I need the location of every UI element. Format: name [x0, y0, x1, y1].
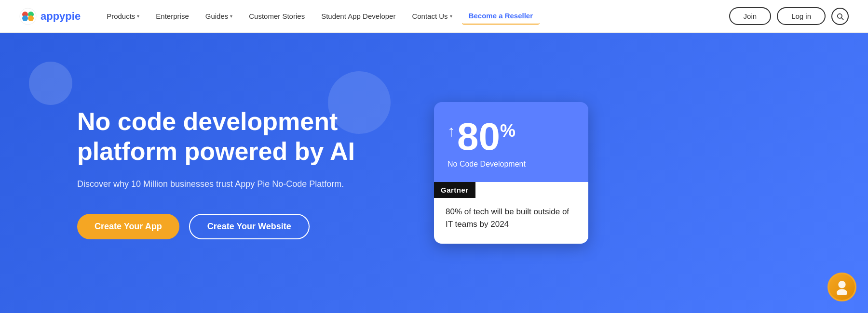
hero-buttons: Create Your App Create Your Website: [77, 214, 424, 239]
hero-card-area: ↑ 80 % No Code Development Gartner 80% o…: [424, 102, 588, 244]
nav-item-enterprise[interactable]: Enterprise: [149, 8, 195, 24]
svg-line-6: [841, 18, 843, 20]
bg-circle-1: [29, 62, 72, 105]
login-button[interactable]: Log in: [777, 7, 826, 25]
navbar: appypie Products ▾ Enterprise Guides ▾ C…: [0, 0, 868, 33]
chat-person-icon: [834, 279, 850, 295]
guides-chevron-icon: ▾: [230, 13, 232, 19]
stat-card: ↑ 80 % No Code Development Gartner 80% o…: [434, 102, 588, 244]
gartner-badge: Gartner: [434, 182, 475, 198]
bg-circle-2: [328, 71, 391, 134]
chat-avatar[interactable]: [827, 273, 856, 301]
nav-item-become-reseller[interactable]: Become a Reseller: [462, 8, 540, 25]
nav-item-customer-stories[interactable]: Customer Stories: [242, 8, 312, 24]
chat-avatar-face: [829, 274, 855, 300]
nav-right: Join Log in: [729, 7, 849, 25]
products-chevron-icon: ▾: [137, 13, 139, 19]
logo-text: appypie: [41, 10, 81, 23]
hero-subtitle: Discover why 10 Million businesses trust…: [77, 178, 424, 191]
stat-percent: ↑ 80 %: [448, 117, 575, 156]
svg-point-7: [838, 281, 845, 288]
nav-item-guides[interactable]: Guides ▾: [199, 8, 240, 24]
create-website-button[interactable]: Create Your Website: [189, 214, 310, 239]
stat-card-bottom: Gartner 80% of tech will be built outsid…: [434, 182, 588, 244]
svg-point-4: [28, 15, 34, 21]
hero-section: No code development platform powered by …: [0, 33, 868, 313]
nav-item-contact-us[interactable]: Contact Us ▾: [405, 8, 459, 24]
stat-card-quote: 80% of tech will be built outside of IT …: [434, 198, 588, 244]
stat-percent-sign: %: [500, 122, 515, 140]
join-button[interactable]: Join: [729, 7, 772, 25]
logo[interactable]: appypie: [19, 8, 81, 25]
nav-item-products[interactable]: Products ▾: [100, 8, 146, 24]
stat-card-label: No Code Development: [448, 160, 575, 169]
search-button[interactable]: [831, 8, 849, 25]
nav-item-student-app-developer[interactable]: Student App Developer: [314, 8, 402, 24]
nav-links: Products ▾ Enterprise Guides ▾ Customer …: [100, 8, 729, 25]
svg-point-3: [22, 15, 28, 21]
stat-number: 80: [457, 117, 500, 156]
contact-chevron-icon: ▾: [450, 13, 452, 19]
logo-icon: [19, 8, 37, 25]
stat-card-top: ↑ 80 % No Code Development: [434, 102, 588, 182]
arrow-up-icon: ↑: [448, 123, 455, 139]
svg-point-8: [837, 289, 847, 295]
create-app-button[interactable]: Create Your App: [77, 214, 179, 239]
search-icon: [836, 13, 844, 20]
svg-point-0: [20, 8, 36, 25]
